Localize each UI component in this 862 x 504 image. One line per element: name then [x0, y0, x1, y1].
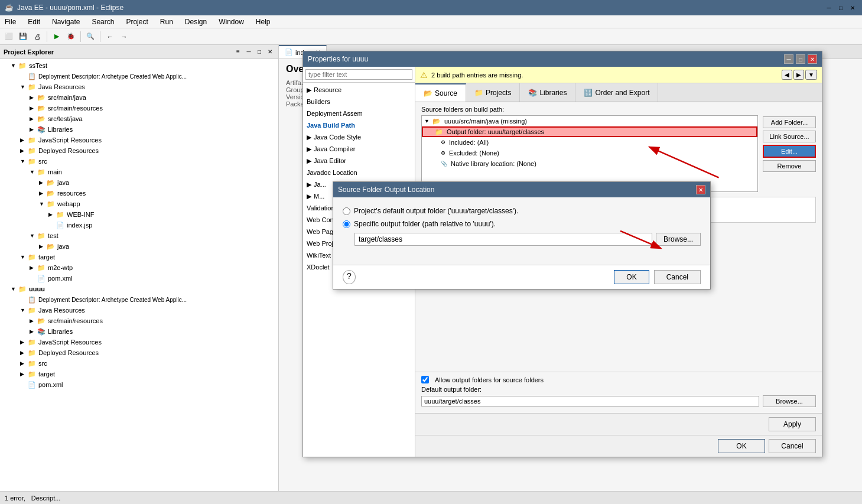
panel-maximize-btn[interactable]: □ — [255, 47, 264, 57]
source-entry-3[interactable]: ⚙ Excluded: (None) — [422, 148, 757, 158]
remove-btn[interactable]: Remove — [763, 160, 816, 172]
menu-run[interactable]: Run — [158, 17, 175, 27]
props-java-editor[interactable]: ▶ Java Editor — [303, 155, 415, 167]
tree-item-src-test-java[interactable]: ▶ 📂 src/test/java — [0, 113, 278, 124]
project-explorer: Project Explorer ≡ ─ □ ✕ ▼ 📁 ssTest 📋 — [0, 45, 279, 504]
specific-output-input[interactable] — [354, 233, 652, 246]
tree-item-uuuu-src-main-res[interactable]: ▶ 📂 src/main/resources — [0, 316, 278, 326]
tree-item-uuuu-libs[interactable]: ▶ 📚 Libraries — [0, 326, 278, 337]
props-java-code-style[interactable]: ▶ Java Code Style — [303, 131, 415, 143]
menu-design[interactable]: Design — [183, 17, 209, 27]
tree-item-pom-1[interactable]: 📄 pom.xml — [0, 273, 278, 284]
filter-input[interactable] — [305, 69, 412, 80]
tab-source[interactable]: 📂 Source — [415, 83, 466, 102]
tab-projects[interactable]: 📁 Projects — [466, 83, 520, 102]
menu-window[interactable]: Window — [216, 17, 246, 27]
props-java-build-path[interactable]: Java Build Path — [303, 119, 415, 131]
minimize-btn[interactable]: ─ — [824, 3, 834, 12]
dialog-ok-btn[interactable]: OK — [718, 439, 765, 453]
tree-item-src[interactable]: ▼ 📁 src — [0, 156, 278, 167]
tree-item-sstest[interactable]: ▼ 📁 ssTest — [0, 60, 278, 71]
dialog-minimize-btn[interactable]: ─ — [784, 54, 793, 64]
tree-item-deployed-resources-1[interactable]: ▶ 📁 Deployed Resources — [0, 145, 278, 156]
uuuu-js-icon: 📁 — [27, 337, 37, 347]
apply-btn[interactable]: Apply — [769, 417, 816, 431]
tree-item-java[interactable]: ▶ 📂 java — [0, 177, 278, 188]
output-browse-btn[interactable]: Browse... — [763, 395, 816, 407]
tree-item-main[interactable]: ▼ 📁 main — [0, 167, 278, 177]
source-entry-4[interactable]: 📎 Native library location: (None) — [422, 158, 757, 169]
tree-item-test-java[interactable]: ▶ 📂 java — [0, 241, 278, 252]
menu-file[interactable]: File — [2, 17, 18, 27]
tree-item-deployed-resources-2[interactable]: ▶ 📁 Deployed Resources — [0, 347, 278, 358]
tree-item-src-main-java[interactable]: ▶ 📂 src/main/java — [0, 92, 278, 103]
source-entry-1[interactable]: 📁 Output folder: uuuu/target/classes — [422, 126, 757, 137]
tree-item-target[interactable]: ▼ 📁 target — [0, 252, 278, 262]
toolbar-debug[interactable]: 🐞 — [64, 30, 77, 43]
menu-project[interactable]: Project — [123, 17, 150, 27]
tab-libraries[interactable]: 📚 Libraries — [520, 83, 575, 102]
add-folder-btn[interactable]: Add Folder... — [763, 116, 816, 128]
tree-item-uuuu-target[interactable]: ▶ 📁 target — [0, 369, 278, 379]
toolbar-new[interactable]: ⬜ — [2, 30, 15, 43]
toolbar-search[interactable]: 🔍 — [84, 30, 97, 43]
nav-down[interactable]: ▼ — [805, 70, 817, 80]
nav-forward[interactable]: ▶ — [793, 70, 804, 80]
tree-item-m2e[interactable]: ▶ 📁 m2e-wtp — [0, 262, 278, 273]
panel-minimize-btn[interactable]: ─ — [244, 47, 253, 57]
props-java-compiler[interactable]: ▶ Java Compiler — [303, 143, 415, 155]
close-btn[interactable]: ✕ — [848, 3, 857, 12]
props-resource[interactable]: ▶ Resource — [303, 84, 415, 96]
tree-item-test[interactable]: ▼ 📁 test — [0, 230, 278, 241]
inner-cancel-btn[interactable]: Cancel — [654, 270, 701, 284]
help-icon[interactable]: ? — [343, 270, 356, 284]
panel-close-btn[interactable]: ✕ — [265, 47, 275, 57]
default-output-input[interactable] — [421, 396, 759, 407]
tree-item-uuuu[interactable]: ▼ 📁 uuuu — [0, 284, 278, 294]
toolbar-save[interactable]: 💾 — [17, 30, 30, 43]
props-javadoc[interactable]: Javadoc Location — [303, 167, 415, 178]
tree-item-resources[interactable]: ▶ 📂 resources — [0, 188, 278, 199]
radio-default[interactable] — [343, 207, 350, 215]
dialog-close-btn[interactable]: ✕ — [808, 54, 817, 64]
tree-item-webinf[interactable]: ▶ 📁 WEB-INF — [0, 209, 278, 220]
tree-item-js-resources[interactable]: ▶ 📁 JavaScript Resources — [0, 135, 278, 145]
link-source-btn[interactable]: Link Source... — [763, 131, 816, 142]
source-entry-2[interactable]: ⚙ Included: (All) — [422, 137, 757, 148]
toolbar-back[interactable]: ← — [103, 30, 116, 43]
dialog-cancel-btn[interactable]: Cancel — [769, 439, 816, 453]
menu-edit[interactable]: Edit — [25, 17, 43, 27]
props-builders[interactable]: Builders — [303, 96, 415, 108]
props-deploy-assem[interactable]: Deployment Assem — [303, 108, 415, 119]
tree-item-src-main-res[interactable]: ▶ 📂 src/main/resources — [0, 103, 278, 113]
inner-dialog-body: Project's default output folder ('uuuu/t… — [333, 197, 710, 265]
toolbar-print[interactable]: 🖨 — [31, 30, 44, 43]
menu-search[interactable]: Search — [89, 17, 116, 27]
tree-item-webapp[interactable]: ▼ 📁 webapp — [0, 199, 278, 209]
nav-back[interactable]: ◀ — [782, 70, 792, 80]
tree-item-indexjsp[interactable]: 📄 index.jsp — [0, 220, 278, 230]
inner-browse-btn[interactable]: Browse... — [656, 233, 701, 246]
tree-item-uuuu-src[interactable]: ▶ 📁 src — [0, 358, 278, 369]
inner-dialog-close-btn[interactable]: ✕ — [696, 185, 705, 194]
tree-item-uuuu-deploy[interactable]: 📋 Deployment Descriptor: Archetype Creat… — [0, 294, 278, 305]
tree-item-uuuu-pom[interactable]: 📄 pom.xml — [0, 379, 278, 390]
radio-specific[interactable] — [343, 220, 350, 228]
tree-item-uuuu-java-res[interactable]: ▼ 📁 Java Resources — [0, 305, 278, 316]
tree-item-java-resources[interactable]: ▼ 📁 Java Resources — [0, 82, 278, 92]
collapse-all-btn[interactable]: ≡ — [233, 47, 243, 57]
dialog-maximize-btn[interactable]: □ — [796, 54, 805, 64]
menu-navigate[interactable]: Navigate — [50, 17, 82, 27]
edit-btn[interactable]: Edit... — [763, 145, 816, 158]
source-entry-0[interactable]: ▼ 📂 uuuu/src/main/java (missing) — [422, 116, 757, 126]
menu-help[interactable]: Help — [253, 17, 273, 27]
toolbar-run[interactable]: ▶ — [50, 30, 63, 43]
allow-output-checkbox[interactable] — [421, 376, 429, 383]
inner-ok-btn[interactable]: OK — [614, 270, 649, 284]
tab-order-export[interactable]: 🔢 Order and Export — [575, 83, 658, 102]
toolbar-forward[interactable]: → — [118, 30, 131, 43]
tree-item-uuuu-js[interactable]: ▶ 📁 JavaScript Resources — [0, 337, 278, 347]
tree-item-deploy-desc[interactable]: 📋 Deployment Descriptor: Archetype Creat… — [0, 71, 278, 82]
tree-item-libraries[interactable]: ▶ 📚 Libraries — [0, 124, 278, 135]
maximize-btn[interactable]: □ — [836, 3, 845, 12]
